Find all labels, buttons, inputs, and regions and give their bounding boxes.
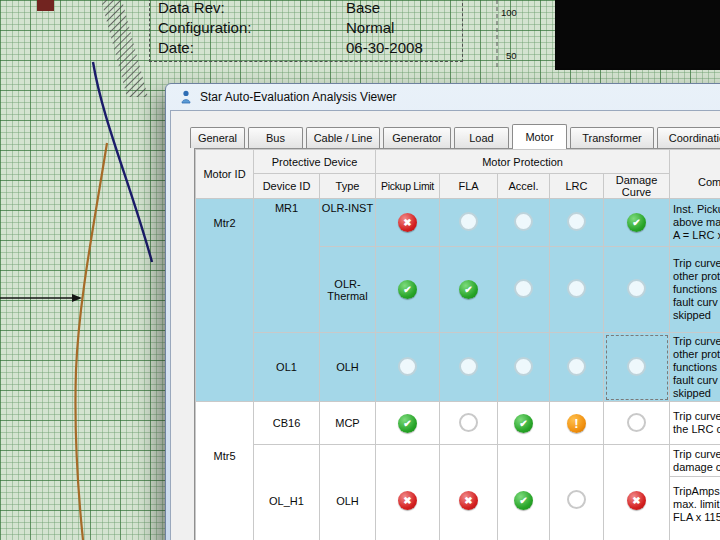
table-row: OL1 OLH Trip curve other prot functions … (196, 333, 720, 402)
tab-load[interactable]: Load (454, 127, 509, 148)
table-row: Mtr5 CB16 MCP ✔ ✔ ! Trip curve the LRC c (196, 402, 720, 445)
comment-cell[interactable]: Trip curve other prot functions fault cu… (670, 247, 720, 333)
type-cell[interactable]: OLH (320, 445, 376, 540)
status-icon (459, 413, 478, 432)
type-cell[interactable]: OLR-INST (320, 199, 376, 247)
header-lrc: LRC (550, 174, 604, 199)
comment-cell[interactable]: TripAmps max. limit FLA x 115 (670, 477, 720, 540)
status-icon (459, 212, 478, 231)
tab-coordination[interactable]: Coordination (657, 127, 720, 148)
hatched-band (101, 0, 148, 97)
type-cell[interactable]: MCP (320, 402, 376, 445)
comment-cell[interactable]: Inst. Picku above max A = LRC x (670, 199, 720, 247)
header-column-row: Device ID Type Pickup Limit FLA Accel. L… (196, 174, 720, 199)
damage-curve-cell-focused[interactable] (604, 333, 670, 402)
status-icon (514, 212, 533, 231)
background-maroon-chip (37, 0, 54, 11)
accel-cell[interactable] (498, 199, 550, 247)
header-comments: Comments (670, 150, 720, 199)
window-title: Star Auto-Evaluation Analysis Viewer (200, 90, 397, 104)
damage-curve-cell[interactable] (604, 402, 670, 445)
accel-cell[interactable]: ✔ (498, 445, 550, 540)
tab-cable-line[interactable]: Cable / Line (306, 127, 380, 148)
info-row: Configuration: Normal (150, 18, 462, 38)
lrc-cell[interactable]: ! (550, 402, 604, 445)
type-cell[interactable]: OLH (320, 333, 376, 402)
pickup-limit-cell[interactable]: ✖ (376, 199, 440, 247)
motor-id-cell[interactable]: Mtr5 (196, 402, 254, 540)
tab-general[interactable]: General (190, 127, 245, 148)
window-client-area: General Bus Cable / Line Generator Load … (170, 110, 720, 540)
device-id-cell[interactable]: OL1 (254, 333, 320, 402)
fla-cell[interactable] (440, 333, 498, 402)
comment-cell[interactable]: Trip curve the LRC c (670, 402, 720, 445)
screen: { "background": { "info_rows": [ { "labe… (0, 0, 720, 540)
status-icon: ✖ (398, 491, 417, 510)
status-icon (627, 279, 646, 298)
status-icon (567, 212, 586, 231)
status-icon (514, 279, 533, 298)
info-label: Date: (158, 39, 194, 56)
axis-tick-50: 50 (506, 50, 517, 61)
app-icon (179, 90, 193, 104)
lrc-cell[interactable] (550, 247, 604, 333)
device-id-cell[interactable]: OL_H1 (254, 445, 320, 540)
status-icon: ✔ (459, 280, 478, 299)
info-value: Base (346, 0, 380, 18)
status-icon (398, 357, 417, 376)
tab-motor[interactable]: Motor (512, 124, 567, 149)
comment-cell[interactable]: Trip curve other prot functions fault cu… (670, 333, 720, 402)
header-motor-id: Motor ID (196, 150, 254, 199)
pickup-limit-cell[interactable] (376, 333, 440, 402)
status-icon (627, 357, 646, 376)
lrc-cell[interactable] (550, 445, 604, 540)
device-id-cell[interactable]: CB16 (254, 402, 320, 445)
header-group-row: Motor ID Protective Device Motor Protect… (196, 150, 720, 174)
window-titlebar[interactable]: Star Auto-Evaluation Analysis Viewer (170, 84, 720, 110)
table-row: Mtr2 MR1 OLR-INST ✖ ✔ Inst. Picku above … (196, 199, 720, 247)
header-device-id: Device ID (254, 174, 320, 199)
axis-tick-100: 100 (501, 7, 517, 18)
background-dark-panel (555, 0, 720, 70)
pickup-limit-cell[interactable]: ✔ (376, 247, 440, 333)
lrc-cell[interactable] (550, 333, 604, 402)
damage-curve-cell[interactable] (604, 247, 670, 333)
info-row: Date: 06-30-2008 (150, 38, 462, 58)
comment-cell[interactable]: Trip curve damage cu (670, 445, 720, 477)
status-icon: ✖ (459, 491, 478, 510)
fla-cell[interactable] (440, 199, 498, 247)
tab-transformer[interactable]: Transformer (570, 127, 654, 148)
analysis-viewer-window: Star Auto-Evaluation Analysis Viewer Gen… (165, 83, 720, 540)
header-accel: Accel. (498, 174, 550, 199)
tab-bus[interactable]: Bus (248, 127, 303, 148)
damage-curve-cell[interactable]: ✖ (604, 445, 670, 540)
info-value: Normal (346, 18, 394, 38)
status-icon (459, 357, 478, 376)
status-icon (567, 279, 586, 298)
accel-cell[interactable] (498, 333, 550, 402)
fla-cell[interactable] (440, 402, 498, 445)
status-icon: ✔ (398, 414, 417, 433)
damage-curve-cell[interactable]: ✔ (604, 199, 670, 247)
lrc-cell[interactable] (550, 199, 604, 247)
relay-curve-navy (93, 62, 152, 262)
pickup-limit-cell[interactable]: ✖ (376, 445, 440, 540)
status-icon (514, 357, 533, 376)
status-icon: ✔ (514, 414, 533, 433)
header-pickup-limit: Pickup Limit (376, 174, 440, 199)
tab-generator[interactable]: Generator (383, 127, 451, 148)
fla-cell[interactable]: ✖ (440, 445, 498, 540)
accel-cell[interactable]: ✔ (498, 402, 550, 445)
fla-cell[interactable]: ✔ (440, 247, 498, 333)
pickup-limit-cell[interactable]: ✔ (376, 402, 440, 445)
status-icon: ✔ (514, 491, 533, 510)
device-id-cell[interactable]: MR1 (254, 199, 320, 333)
motor-id-cell[interactable]: Mtr2 (196, 199, 254, 402)
type-cell[interactable]: OLR-Thermal (320, 247, 376, 333)
status-icon: ✔ (627, 213, 646, 232)
info-label: Data Rev: (158, 0, 225, 16)
tab-bar: General Bus Cable / Line Generator Load … (190, 124, 720, 148)
accel-cell[interactable] (498, 247, 550, 333)
status-icon (567, 357, 586, 376)
header-motor-protection: Motor Protection (376, 150, 670, 174)
